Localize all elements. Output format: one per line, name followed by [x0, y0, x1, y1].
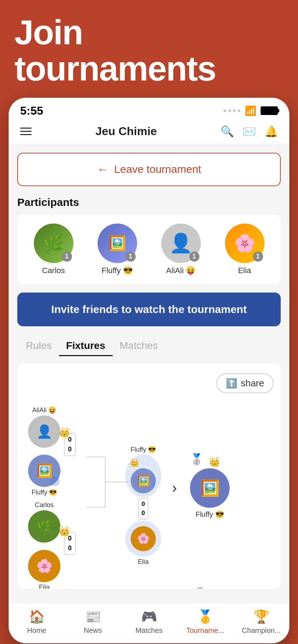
share-button[interactable]: ⬆️ share — [216, 373, 274, 393]
r1-avatar-aliali: 👤 — [28, 415, 60, 448]
sf-label-fluffy: Fluffy 😎 — [131, 446, 156, 454]
nav-label-matches: Matches — [135, 626, 163, 635]
dot-1 — [224, 109, 226, 112]
share-icon: ⬆️ — [226, 378, 237, 389]
champion-icon: 🏆 — [253, 609, 270, 624]
r1-avatar-carlos: 🌿 — [28, 510, 60, 543]
participants-title: Participants — [17, 196, 281, 208]
back-arrow-icon: ← — [97, 163, 108, 176]
badge-fluffy: 1 — [126, 252, 136, 262]
invite-friends-button[interactable]: Invite friends to watch the tournament — [17, 293, 281, 326]
final-avatar-fluffy: 🖼️ — [190, 468, 230, 508]
round1-carlos: Carlos 🌿 — [28, 501, 60, 543]
participant-name-elia: Elia — [238, 266, 251, 275]
chevron-right-icon: › — [172, 480, 177, 496]
participant-aliali: 👤 1 AliAli 😝 — [153, 224, 208, 275]
dot-3 — [233, 109, 236, 112]
sf-score: 00 — [138, 498, 148, 519]
badge-carlos: 1 — [62, 252, 72, 262]
participant-elia: 🌸 1 Elia — [217, 224, 272, 275]
news-icon: 📰 — [85, 609, 101, 624]
menu-line-2 — [20, 131, 32, 132]
badge-aliali: 1 — [189, 252, 199, 262]
final-label: Fluffy 😎 — [195, 510, 224, 519]
r1-label-elia: Elia — [39, 584, 50, 589]
home-icon: 🏠 — [29, 609, 45, 624]
app-title: Jeu Chimie — [95, 125, 157, 138]
mail-icon[interactable]: ✉️ — [243, 125, 256, 138]
leave-tournament-label: Leave tournament — [114, 163, 201, 175]
round1-fluffy: 🖼️ Fluffy 😎 — [28, 455, 60, 496]
wifi-icon: 📶 — [245, 105, 256, 116]
header-icons: 🔍 ✉️ 🔔 — [221, 125, 278, 138]
dot-2 — [228, 109, 231, 112]
crown-r1-top: 👑 — [59, 427, 70, 438]
nav-news[interactable]: 📰 News — [65, 609, 121, 635]
sf-crown-top: 👑 — [130, 458, 139, 468]
dot-4 — [238, 109, 240, 112]
r1-label-fluffy: Fluffy 😎 — [32, 488, 57, 496]
participant-name-fluffy: Fluffy 😎 — [101, 266, 133, 275]
hero-header: Join tournaments — [0, 0, 298, 98]
participants-card: 🌿 1 Carlos 🖼️ 1 Fluffy 😎 — [17, 215, 281, 284]
nav-label-champion: Champion... — [242, 626, 281, 635]
participant-name-carlos: Carlos — [42, 266, 65, 275]
share-label: share — [241, 378, 264, 389]
nav-label-tournament: Tourname... — [186, 626, 224, 635]
sf-oval-top: 👑 🖼️ — [125, 454, 161, 497]
sf-avatar-fluffy: 🖼️ — [131, 468, 156, 493]
fixtures-card: ⬆️ share AliAli 😝 — [17, 363, 281, 589]
nav-label-home: Home — [27, 626, 46, 635]
avatar-wrap-fluffy: 🖼️ 1 — [98, 224, 137, 263]
participant-name-aliali: AliAli 😝 — [166, 266, 195, 275]
leave-tournament-button[interactable]: ← Leave tournament — [17, 153, 281, 186]
legend-dot-completed — [195, 587, 205, 589]
nav-champion[interactable]: 🏆 Champion... — [233, 609, 289, 635]
avatar-wrap-elia: 🌸 1 — [225, 224, 265, 263]
final-result: 🥈 👑 🖼️ Fluffy 😎 — [190, 453, 230, 519]
phone-container: 5:55 📶 Jeu Chimie 🔍 ✉️ 🔔 — [9, 98, 289, 643]
semifinal-group: Fluffy 😎 👑 🖼️ 00 🌸 Elia — [125, 446, 161, 566]
menu-button[interactable] — [20, 128, 32, 135]
app-header: Jeu Chimie 🔍 ✉️ 🔔 — [9, 121, 289, 144]
status-time: 5:55 — [20, 104, 43, 118]
r1-avatar-elia: 🌸 — [28, 550, 60, 582]
medal-icon: 🥈 — [190, 453, 203, 465]
avatar-wrap-aliali: 👤 1 — [161, 224, 201, 263]
tab-rules[interactable]: Rules — [19, 336, 59, 356]
main-content: ← Leave tournament Participants 🌿 1 Carl… — [9, 144, 289, 603]
round1-elia-bottom: 🌸 Elia — [28, 550, 60, 589]
r1-label-carlos: Carlos — [35, 501, 54, 509]
menu-line-1 — [20, 128, 32, 129]
final-crown-icon: 👑 — [209, 456, 220, 468]
legend: Match completed Match in progress Match … — [24, 587, 274, 589]
nav-home[interactable]: 🏠 Home — [9, 609, 65, 635]
menu-line-3 — [20, 134, 32, 135]
tab-matches[interactable]: Matches — [113, 336, 165, 356]
nav-matches[interactable]: 🎮 Matches — [121, 609, 177, 635]
search-icon[interactable]: 🔍 — [221, 125, 234, 138]
legend-label-completed: Match completed — [210, 588, 271, 589]
round1-aliali: AliAli 😝 👤 — [28, 406, 60, 448]
participant-fluffy: 🖼️ 1 Fluffy 😎 — [90, 224, 145, 275]
gamepad-icon: 🎮 — [141, 609, 157, 624]
r1-label-aliali: AliAli 😝 — [32, 406, 56, 414]
badge-elia: 1 — [253, 252, 263, 262]
hero-title: Join tournaments — [14, 14, 284, 87]
sf-avatar-elia: 🌸 — [131, 526, 156, 551]
sf-oval-bottom: 🌸 — [125, 521, 161, 557]
participant-carlos: 🌿 1 Carlos — [26, 224, 81, 275]
nav-label-news: News — [84, 626, 102, 635]
bottom-nav: 🏠 Home 📰 News 🎮 Matches 🥇 Tourname... 🏆 … — [9, 603, 289, 643]
sf-label-elia: Elia — [138, 558, 149, 566]
signal-dots — [224, 109, 240, 112]
tabs-row: Rules Fixtures Matches — [17, 336, 281, 356]
status-bar: 5:55 📶 — [9, 98, 289, 121]
trophy-tournament-icon: 🥇 — [197, 609, 213, 624]
r1-avatar-fluffy: 🖼️ — [28, 455, 60, 487]
nav-tournament[interactable]: 🥇 Tourname... — [177, 609, 233, 635]
tab-fixtures[interactable]: Fixtures — [59, 336, 113, 356]
battery-icon — [261, 106, 278, 115]
legend-completed: Match completed — [195, 587, 271, 589]
bell-icon[interactable]: 🔔 — [265, 125, 278, 138]
